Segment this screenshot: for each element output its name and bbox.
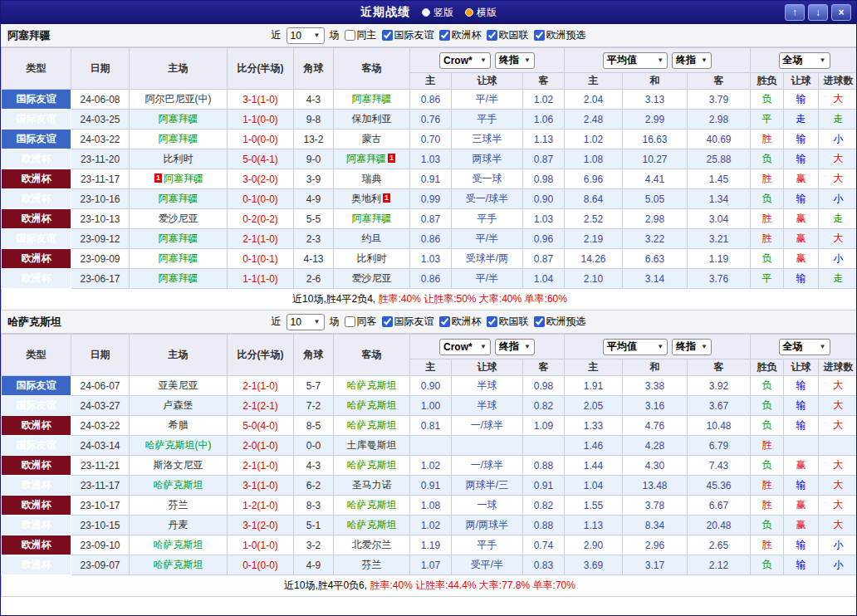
- layout-radio-vertical[interactable]: 竖版: [422, 6, 453, 20]
- league-checkbox-friendly-input[interactable]: [382, 30, 393, 41]
- euro-average-select[interactable]: 平均值▼: [603, 339, 668, 355]
- cell-score[interactable]: 3-1(1-0): [228, 476, 294, 496]
- fulltime-select[interactable]: 全场▼: [779, 52, 830, 69]
- league-checkbox-friendly-input[interactable]: [382, 316, 393, 327]
- cell-home-team[interactable]: 1阿塞拜疆: [130, 169, 228, 189]
- cell-home-team[interactable]: 哈萨克斯坦(中): [130, 436, 228, 456]
- cell-score[interactable]: 3-1(1-0): [228, 90, 294, 110]
- bookmaker-select[interactable]: Crow*▼: [439, 339, 491, 355]
- cell-home-team[interactable]: 丹麦: [130, 516, 228, 535]
- league-checkbox-qualifiers[interactable]: 欧洲预选: [534, 28, 586, 42]
- cell-away-team[interactable]: 阿塞拜疆: [334, 209, 410, 229]
- league-checkbox-friendly[interactable]: 国际友谊: [382, 315, 434, 329]
- asian-odds-time-select[interactable]: 终指▼: [495, 339, 535, 355]
- euro-odds-time-select[interactable]: 终指▼: [672, 52, 712, 69]
- league-checkbox-nationsleague[interactable]: 欧国联: [487, 315, 529, 329]
- cell-away-team[interactable]: 哈萨克斯坦: [334, 416, 410, 436]
- cell-home-team[interactable]: 阿尔巴尼亚(中): [130, 90, 228, 110]
- move-down-button[interactable]: ↓: [808, 4, 828, 21]
- cell-score[interactable]: 2-1(1-0): [228, 229, 294, 249]
- cell-result-outcome: 胜: [751, 130, 784, 149]
- cell-score[interactable]: 5-0(4-0): [228, 416, 294, 436]
- cell-away-team[interactable]: 阿塞拜疆: [334, 90, 410, 110]
- cell-away-team[interactable]: 奥地利1: [334, 189, 410, 209]
- cell-score[interactable]: 5-0(4-1): [228, 149, 294, 169]
- match-count-select[interactable]: 10▼: [286, 27, 325, 44]
- cell-away-team[interactable]: 哈萨克斯坦: [334, 496, 410, 516]
- cell-score[interactable]: 1-0(0-0): [228, 130, 294, 149]
- cell-score[interactable]: 2-1(2-1): [228, 396, 294, 416]
- cell-score[interactable]: 0-2(0-2): [228, 209, 294, 229]
- cell-score[interactable]: 1-0(1-0): [228, 535, 294, 555]
- cell-away-team[interactable]: 芬兰: [334, 555, 410, 575]
- league-checkbox-eurocup[interactable]: 欧洲杯: [439, 315, 482, 329]
- league-checkbox-qualifiers-input[interactable]: [534, 316, 545, 327]
- cell-away-team[interactable]: 比利时: [334, 249, 410, 269]
- cell-away-team[interactable]: 哈萨克斯坦: [334, 456, 410, 476]
- league-checkbox-eurocup-input[interactable]: [439, 30, 450, 41]
- cell-home-team[interactable]: 哈萨克斯坦: [130, 476, 228, 496]
- cell-home-team[interactable]: 阿塞拜疆: [130, 269, 228, 289]
- cell-score[interactable]: 1-1(0-0): [228, 110, 294, 130]
- cell-home-team[interactable]: 卢森堡: [130, 396, 228, 416]
- cell-away-team[interactable]: 哈萨克斯坦: [334, 376, 410, 396]
- layout-radio-horizontal[interactable]: 横版: [465, 6, 497, 20]
- cell-score[interactable]: 2-1(1-0): [228, 376, 294, 396]
- cell-away-team[interactable]: 圣马力诺: [334, 476, 410, 496]
- cell-home-team[interactable]: 阿塞拜疆: [130, 110, 228, 130]
- cell-home-team[interactable]: 希腊: [130, 416, 228, 436]
- league-checkbox-nationsleague-input[interactable]: [487, 30, 497, 41]
- cell-away-team[interactable]: 约旦: [334, 229, 410, 249]
- cell-score[interactable]: 3-1(2-0): [228, 516, 294, 535]
- league-checkbox-nationsleague-input[interactable]: [487, 316, 497, 327]
- same-venue-checkbox[interactable]: 同主: [345, 28, 377, 42]
- league-checkbox-qualifiers[interactable]: 欧洲预选: [534, 315, 586, 329]
- euro-average-select[interactable]: 平均值▼: [603, 52, 668, 69]
- bookmaker-select[interactable]: Crow*▼: [439, 52, 491, 69]
- euro-odds-time-select[interactable]: 终指▼: [672, 339, 712, 355]
- cell-score[interactable]: 2-0(1-0): [228, 436, 294, 456]
- cell-away-team[interactable]: 蒙古: [334, 130, 410, 149]
- cell-away-team[interactable]: 瑞典: [334, 169, 410, 189]
- cell-home-team[interactable]: 亚美尼亚: [130, 376, 228, 396]
- match-count-select[interactable]: 10▼: [286, 314, 325, 330]
- league-checkbox-friendly[interactable]: 国际友谊: [382, 28, 434, 42]
- cell-away-team[interactable]: 哈萨克斯坦: [334, 516, 410, 535]
- cell-away-team[interactable]: 爱沙尼亚: [334, 269, 410, 289]
- cell-away-team[interactable]: 北爱尔兰: [334, 535, 410, 555]
- cell-score[interactable]: 3-0(2-0): [228, 169, 294, 189]
- move-up-button[interactable]: ↑: [785, 4, 805, 21]
- league-checkbox-eurocup[interactable]: 欧洲杯: [439, 28, 482, 42]
- chevron-down-icon: ▼: [314, 318, 321, 325]
- cell-score[interactable]: 0-1(0-1): [228, 249, 294, 269]
- cell-away-team[interactable]: 哈萨克斯坦: [334, 396, 410, 416]
- cell-away-team[interactable]: 阿塞拜疆1: [334, 149, 410, 169]
- cell-home-team[interactable]: 阿塞拜疆: [130, 189, 228, 209]
- cell-score[interactable]: 1-2(1-0): [228, 496, 294, 516]
- cell-home-team[interactable]: 阿塞拜疆: [130, 130, 228, 149]
- league-checkbox-eurocup-input[interactable]: [439, 316, 450, 327]
- cell-home-team[interactable]: 哈萨克斯坦: [130, 555, 228, 575]
- cell-away-team[interactable]: 保加利亚: [334, 110, 410, 130]
- close-button[interactable]: ×: [831, 4, 851, 21]
- cell-home-team[interactable]: 阿塞拜疆: [130, 229, 228, 249]
- cell-score[interactable]: 2-1(1-0): [228, 456, 294, 476]
- cell-away-team[interactable]: 土库曼斯坦: [334, 436, 410, 456]
- cell-home-team[interactable]: 比利时: [130, 149, 228, 169]
- league-checkbox-qualifiers-input[interactable]: [534, 30, 545, 41]
- cell-score[interactable]: 0-1(0-0): [228, 555, 294, 575]
- cell-euro-away-odds: 3.92: [688, 376, 751, 396]
- cell-score[interactable]: 0-1(0-0): [228, 189, 294, 209]
- cell-home-team[interactable]: 芬兰: [130, 496, 228, 516]
- cell-score[interactable]: 1-1(1-0): [228, 269, 294, 289]
- cell-home-team[interactable]: 斯洛文尼亚: [130, 456, 228, 476]
- same-venue-checkbox-input[interactable]: [345, 316, 355, 327]
- cell-home-team[interactable]: 哈萨克斯坦: [130, 535, 228, 555]
- cell-home-team[interactable]: 爱沙尼亚: [130, 209, 228, 229]
- league-checkbox-nationsleague[interactable]: 欧国联: [487, 28, 529, 42]
- cell-home-team[interactable]: 阿塞拜疆: [130, 249, 228, 269]
- asian-odds-time-select[interactable]: 终指▼: [495, 52, 535, 69]
- same-venue-checkbox-input[interactable]: [345, 30, 355, 41]
- same-venue-checkbox[interactable]: 同客: [345, 315, 377, 329]
- fulltime-select[interactable]: 全场▼: [779, 339, 830, 355]
